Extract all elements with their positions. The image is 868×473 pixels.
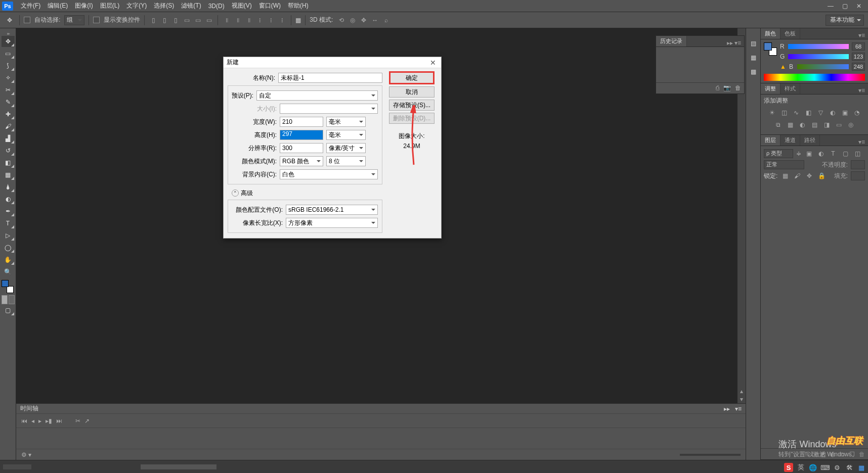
tl-last-icon[interactable]: ⏭ <box>56 417 62 424</box>
layers-tab[interactable]: 图层 <box>761 135 780 146</box>
dodge-tool[interactable]: ◐ <box>2 194 15 205</box>
hand-tool[interactable]: ✋ <box>2 254 15 265</box>
filter-kind[interactable]: ρ 类型 <box>764 149 793 158</box>
magic-wand-tool[interactable]: ✧ <box>2 72 15 83</box>
3d-zoom-icon[interactable]: ⌕ <box>381 16 390 25</box>
height-input[interactable]: 297 <box>280 130 323 140</box>
delete-layer-icon[interactable]: 🗑 <box>859 451 865 458</box>
color-ramp[interactable] <box>764 74 865 81</box>
tl-transition-icon[interactable]: ↗ <box>84 417 90 424</box>
dock-guides-icon[interactable]: ▤ <box>748 38 758 49</box>
pixel-aspect-select[interactable]: 方形像素 <box>286 218 378 228</box>
b-value[interactable]: 248 <box>852 63 865 71</box>
scroll-down-icon[interactable]: ▾ <box>737 395 746 403</box>
panel-menu-icon[interactable]: ▾≡ <box>855 32 868 39</box>
lock-all-icon[interactable]: 🔒 <box>817 171 826 180</box>
history-brush-tool[interactable]: ↺ <box>2 145 15 156</box>
auto-align-icon[interactable]: ▦ <box>295 17 301 24</box>
blur-tool[interactable]: 🌢 <box>2 181 15 193</box>
save-preset-button[interactable]: 存储预设(S)... <box>389 100 435 111</box>
styles-tab[interactable]: 样式 <box>780 83 800 94</box>
brush-tool[interactable]: 🖌 <box>2 121 15 132</box>
color-tab[interactable]: 颜色 <box>761 28 780 39</box>
channelmixer-icon[interactable]: ⧉ <box>773 120 783 129</box>
panel-menu-icon[interactable]: ▾≡ <box>734 39 741 46</box>
gamut-warning-icon[interactable]: ▲ <box>780 63 786 70</box>
panel-menu-icon[interactable]: ▾≡ <box>735 405 742 412</box>
lasso-tool[interactable]: ⟆ <box>2 60 15 71</box>
history-list[interactable] <box>656 47 744 82</box>
ok-button[interactable]: 确定 <box>389 71 435 84</box>
vibrance-icon[interactable]: ▽ <box>816 108 825 117</box>
hue-icon[interactable]: ◐ <box>828 108 837 117</box>
workspace-switcher[interactable]: 基本功能 <box>826 15 864 26</box>
brightness-icon[interactable]: ☀ <box>767 108 776 117</box>
path-select-tool[interactable]: ▷ <box>2 230 15 241</box>
type-tool[interactable]: T <box>2 218 15 229</box>
posterize-icon[interactable]: ▤ <box>810 120 819 129</box>
adjust-tab[interactable]: 调整 <box>761 83 780 94</box>
r-slider[interactable] <box>788 44 849 49</box>
name-input[interactable] <box>278 73 382 83</box>
color-mode-select[interactable]: RGB 颜色 <box>280 156 323 166</box>
ime-lang-icon[interactable]: 英 <box>796 463 805 472</box>
foreground-background-color[interactable] <box>2 280 15 293</box>
dock-char-icon[interactable]: ▦ <box>748 53 758 63</box>
tray-keyboard-icon[interactable]: ⌨ <box>820 463 830 472</box>
dist-3-icon[interactable]: ⫴ <box>244 16 253 25</box>
menu-window[interactable]: 窗口(W) <box>255 2 284 10</box>
filter-menu-icon[interactable]: ≑ <box>796 150 801 157</box>
lock-position-icon[interactable]: ✥ <box>805 171 814 180</box>
lock-transparent-icon[interactable]: ▦ <box>780 171 790 180</box>
menu-help[interactable]: 帮助(H) <box>284 2 312 10</box>
menu-edit[interactable]: 编辑(E) <box>44 2 71 10</box>
marquee-tool[interactable]: ▭ <box>2 48 15 59</box>
g-slider[interactable] <box>788 54 849 59</box>
collapse-icon[interactable]: ▸▸ <box>724 405 730 412</box>
exposure-icon[interactable]: ◧ <box>804 108 813 117</box>
invert-icon[interactable]: ◐ <box>798 120 807 129</box>
bg-select[interactable]: 白色 <box>280 169 378 179</box>
collapse-icon[interactable]: ▸▸ <box>727 39 733 46</box>
tray-gear-icon[interactable]: ⚙ <box>833 463 842 472</box>
panel-menu-icon[interactable]: ▾≡ <box>855 138 868 146</box>
pen-tool[interactable]: ✒ <box>2 206 15 217</box>
menu-image[interactable]: 图像(I) <box>71 2 96 10</box>
blend-mode[interactable]: 正常 <box>764 160 804 169</box>
tl-cut-icon[interactable]: ✂ <box>75 417 80 424</box>
color-profile-select[interactable]: sRGB IEC61966-2.1 <box>286 205 378 215</box>
tl-zoom-slider[interactable] <box>680 454 741 456</box>
advanced-toggle[interactable]: ⌃ 高级 <box>232 187 382 199</box>
auto-select-mode[interactable]: 组 <box>64 15 84 25</box>
resolution-unit[interactable]: 像素/英寸 <box>326 143 366 153</box>
3d-pan-icon[interactable]: ✥ <box>359 16 368 25</box>
show-transform-checkbox[interactable] <box>93 17 100 23</box>
tl-prev-icon[interactable]: ◂ <box>31 417 34 424</box>
opacity-field[interactable] <box>851 160 865 169</box>
threshold-icon[interactable]: ◨ <box>822 120 831 129</box>
preset-select[interactable]: 自定 <box>256 90 378 101</box>
sogou-ime-icon[interactable]: S <box>784 463 793 472</box>
shape-tool[interactable]: ◯ <box>2 242 15 253</box>
menu-type[interactable]: 文字(Y) <box>123 2 150 10</box>
lock-pixels-icon[interactable]: 🖌 <box>793 171 802 180</box>
gradient-tool[interactable]: ▦ <box>2 169 15 180</box>
horizontal-scroll[interactable] <box>34 463 865 470</box>
eyedropper-tool[interactable]: ✎ <box>2 97 15 108</box>
quick-mask-toggle[interactable] <box>2 295 15 304</box>
eraser-tool[interactable]: ◧ <box>2 157 15 168</box>
bit-depth-select[interactable]: 8 位 <box>326 156 366 166</box>
filter-pixel-icon[interactable]: ▣ <box>804 149 813 158</box>
menu-file[interactable]: 文件(F) <box>17 2 44 10</box>
align-middle-icon[interactable]: ▭ <box>193 16 202 25</box>
filter-type-icon[interactable]: T <box>829 149 838 158</box>
3d-roll-icon[interactable]: ◎ <box>348 16 357 25</box>
menu-select[interactable]: 选择(S) <box>150 2 178 10</box>
align-left-icon[interactable]: ▯ <box>149 16 158 25</box>
dialog-close-button[interactable]: ✕ <box>428 59 438 67</box>
gradientmap-icon[interactable]: ▭ <box>834 120 843 129</box>
window-maximize-button[interactable]: ▢ <box>838 2 852 11</box>
dist-5-icon[interactable]: ⫶ <box>267 16 276 25</box>
layers-list[interactable] <box>764 181 865 333</box>
3d-orbit-icon[interactable]: ⟲ <box>337 16 346 25</box>
